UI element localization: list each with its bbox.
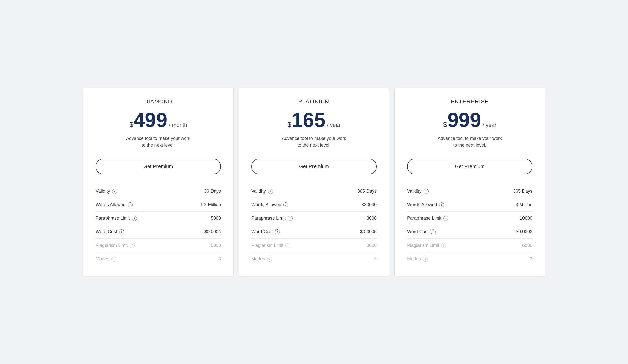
feature-row: Words Allowed i330000 [251, 198, 377, 212]
feature-value: 3000 [367, 216, 377, 221]
feature-label: Plagiarism Limit i [407, 243, 446, 248]
plan-description: Advance tool to make your workto the nex… [407, 135, 532, 149]
plan-card-enterprise: ENTERPRISE$999/ yearAdvance tool to make… [394, 88, 545, 276]
price-period: / year [327, 122, 341, 128]
feature-label: Plagiarism Limit i [251, 243, 290, 248]
feature-row: Paraphrase Limit i10000 [407, 212, 532, 225]
get-premium-button[interactable]: Get Premium [251, 159, 377, 174]
price-currency: $ [129, 120, 133, 129]
info-icon[interactable]: i [431, 229, 436, 234]
feature-value: 3 [374, 256, 377, 262]
feature-label: Validity i [251, 189, 273, 194]
price-row: $165/ year [251, 110, 377, 130]
feature-value: $0.0004 [204, 229, 221, 234]
feature-label: Modes i [407, 256, 428, 262]
feature-row: Words Allowed i3 Million [407, 198, 532, 212]
info-icon[interactable]: i [443, 216, 448, 221]
feature-row: Validity i30 Days [96, 185, 221, 198]
feature-label: Validity i [407, 189, 429, 194]
feature-value: 330000 [361, 202, 377, 207]
info-icon[interactable]: i [268, 189, 273, 194]
feature-row: Word Cost i$0.0003 [407, 225, 532, 239]
info-icon[interactable]: i [441, 243, 446, 248]
feature-value: 30 Days [204, 189, 221, 194]
plan-card-diamond: DIAMOND$499/ monthAdvance tool to make y… [83, 88, 234, 276]
feature-label: Modes i [251, 256, 272, 262]
plan-description: Advance tool to make your workto the nex… [251, 135, 377, 149]
features-list: Validity i30 DaysWords Allowed i1.2 Mill… [96, 185, 221, 266]
feature-value: 3 [530, 256, 532, 262]
price-period: / month [169, 122, 187, 128]
info-icon[interactable]: i [112, 189, 117, 194]
info-icon[interactable]: i [423, 257, 428, 262]
info-icon[interactable]: i [439, 202, 444, 207]
feature-value: 1.2 Million [200, 202, 221, 207]
price-amount: 499 [134, 110, 167, 130]
plan-card-platinium: PLATINIUM$165/ yearAdvance tool to make … [239, 88, 389, 276]
plan-name: ENTERPRISE [407, 98, 532, 105]
info-icon[interactable]: i [275, 229, 280, 234]
info-icon[interactable]: i [424, 189, 429, 194]
info-icon[interactable]: i [111, 257, 116, 262]
feature-value: $0.0003 [516, 229, 532, 234]
feature-label: Word Cost i [251, 229, 280, 234]
plan-description: Advance tool to make your workto the nex… [96, 135, 221, 149]
feature-label: Paraphrase Limit i [251, 216, 293, 221]
features-list: Validity i365 DaysWords Allowed i3 Milli… [407, 185, 532, 266]
feature-label: Words Allowed i [96, 202, 133, 207]
feature-value: 3 Million [516, 202, 532, 207]
feature-row: Word Cost i$0.0004 [96, 225, 221, 239]
feature-row: Paraphrase Limit i5000 [96, 212, 221, 225]
info-icon[interactable]: i [283, 202, 288, 207]
feature-value: 3000 [367, 243, 377, 248]
plan-name: PLATINIUM [251, 98, 377, 105]
price-currency: $ [287, 120, 291, 129]
price-period: / year [483, 122, 496, 128]
plan-name: DIAMOND [96, 98, 221, 105]
get-premium-button[interactable]: Get Premium [407, 159, 532, 174]
pricing-container: DIAMOND$499/ monthAdvance tool to make y… [50, 88, 578, 276]
info-icon[interactable]: i [285, 243, 290, 248]
feature-row: Modes i3 [251, 252, 377, 266]
feature-label: Words Allowed i [407, 202, 444, 207]
info-icon[interactable]: i [132, 216, 137, 221]
info-icon[interactable]: i [119, 229, 124, 234]
feature-label: Validity i [96, 189, 117, 194]
feature-value: 5000 [211, 216, 221, 221]
feature-value: 6000 [522, 243, 532, 248]
price-row: $999/ year [407, 110, 532, 130]
feature-row: Plagiarism Limit i6000 [407, 239, 532, 252]
info-icon[interactable]: i [128, 202, 133, 207]
info-icon[interactable]: i [130, 243, 135, 248]
price-currency: $ [443, 120, 447, 129]
feature-label: Word Cost i [96, 229, 124, 234]
feature-value: 10000 [520, 216, 532, 221]
feature-label: Word Cost i [407, 229, 436, 234]
info-icon[interactable]: i [288, 216, 293, 221]
price-amount: 999 [448, 110, 481, 130]
feature-row: Validity i365 Days [407, 185, 532, 198]
feature-label: Modes i [96, 256, 116, 262]
feature-label: Plagiarism Limit i [96, 243, 135, 248]
feature-row: Plagiarism Limit i5000 [96, 239, 221, 252]
features-list: Validity i365 DaysWords Allowed i330000P… [251, 185, 377, 266]
feature-label: Paraphrase Limit i [407, 216, 448, 221]
feature-value: 365 Days [357, 189, 377, 194]
feature-label: Words Allowed i [251, 202, 288, 207]
feature-row: Plagiarism Limit i3000 [251, 239, 377, 252]
get-premium-button[interactable]: Get Premium [96, 159, 221, 174]
feature-row: Words Allowed i1.2 Million [96, 198, 221, 212]
price-row: $499/ month [96, 110, 221, 130]
feature-value: 5000 [211, 243, 221, 248]
feature-value: $0.0005 [360, 229, 377, 234]
feature-row: Modes i3 [96, 252, 221, 266]
info-icon[interactable]: i [267, 257, 272, 262]
feature-row: Word Cost i$0.0005 [251, 225, 377, 239]
price-amount: 165 [292, 110, 325, 130]
feature-row: Paraphrase Limit i3000 [251, 212, 377, 225]
feature-row: Modes i3 [407, 252, 532, 266]
feature-value: 3 [218, 256, 221, 262]
feature-row: Validity i365 Days [251, 185, 377, 198]
feature-label: Paraphrase Limit i [96, 216, 137, 221]
feature-value: 365 Days [513, 189, 532, 194]
